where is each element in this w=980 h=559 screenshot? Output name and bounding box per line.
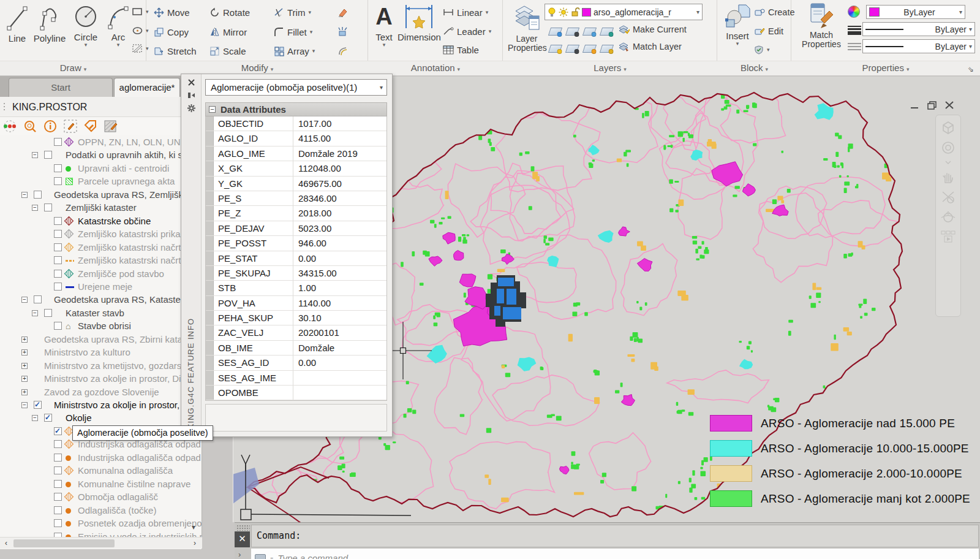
zoom-extents-icon[interactable] <box>940 189 956 205</box>
tree-item[interactable]: Parcele upravnega akta <box>0 175 202 188</box>
layer-checkbox[interactable] <box>54 270 62 278</box>
tree-item[interactable]: Posnetek ozadja obremenjenos <box>0 517 202 530</box>
info-icon[interactable] <box>43 119 58 134</box>
tree-item[interactable]: +Ministrstvo za okolje in prostor, Di <box>0 372 202 386</box>
layer-off-button[interactable] <box>549 25 561 38</box>
linear-button[interactable]: Linear▾ <box>443 6 488 19</box>
layer-checkbox[interactable] <box>54 256 62 264</box>
dialog-launcher-icon[interactable]: ⇘ <box>968 63 974 76</box>
route-icon[interactable] <box>2 119 17 134</box>
tree-item[interactable]: −Podatki o upravnih aktih, ki se <box>0 148 202 162</box>
arc-button[interactable]: Arc ▾ <box>105 4 131 47</box>
layer-isolate-button[interactable] <box>567 25 578 38</box>
linetype-list-button[interactable] <box>848 40 861 54</box>
layer-checkbox[interactable] <box>44 151 52 159</box>
collapse-icon[interactable]: − <box>32 152 38 158</box>
lineweight-list-button[interactable] <box>848 23 861 37</box>
color-wheel-button[interactable] <box>848 5 860 18</box>
layer-on-button[interactable] <box>549 42 561 55</box>
attribute-value[interactable]: 20200101 <box>293 325 386 340</box>
tab-start[interactable]: Start <box>9 78 113 97</box>
layer-checkbox[interactable] <box>54 283 62 291</box>
layer-checkbox[interactable] <box>54 164 62 172</box>
attribute-value[interactable]: Domžale 2019 <box>293 146 386 161</box>
tree-item[interactable]: Emisije v vode iz industrijskih n <box>0 530 202 538</box>
color-dropdown[interactable]: ByLayer ▾ <box>866 5 965 19</box>
data-attributes-header[interactable]: − Data Attributes <box>205 102 387 116</box>
orbit-icon[interactable] <box>940 210 956 226</box>
scroll-down-icon[interactable]: ▾ <box>192 523 195 531</box>
polyline-button[interactable]: Polyline <box>32 4 67 44</box>
attribute-value[interactable]: 5023.00 <box>293 221 386 235</box>
tree-item[interactable]: Urejene meje <box>0 280 202 294</box>
attribute-value[interactable] <box>293 371 386 385</box>
layer-checkbox[interactable] <box>54 466 62 474</box>
layer-checkbox[interactable] <box>54 138 62 146</box>
pan-hand-icon[interactable] <box>940 169 956 185</box>
collapse-icon[interactable]: − <box>209 106 216 113</box>
mirror-button[interactable]: Mirror <box>209 25 247 39</box>
attribute-value[interactable]: 30.10 <box>293 311 386 325</box>
tree-item[interactable]: Zemljiško katastrski načrt ( <box>0 254 202 267</box>
chevron-down-icon[interactable] <box>945 160 951 165</box>
table-button[interactable]: Table <box>443 43 479 56</box>
hatch-edit-icon[interactable] <box>104 119 118 134</box>
attribute-value[interactable]: 112048.00 <box>293 161 386 175</box>
lineweight-dropdown[interactable]: ByLayer ▾ <box>862 22 975 36</box>
match-properties-button[interactable]: Match Properties <box>797 1 845 49</box>
attribute-value[interactable]: 946.00 <box>293 236 386 250</box>
panel-title-layers[interactable]: Layers▾ <box>503 61 717 75</box>
close-button[interactable] <box>943 100 956 111</box>
panel-title-properties[interactable]: Properties▾ ⇘ <box>791 61 980 75</box>
dock-grip-handle[interactable] <box>236 525 250 531</box>
expand-icon[interactable]: + <box>21 337 28 343</box>
tag-edit-icon[interactable] <box>83 119 98 134</box>
layer-checkbox[interactable] <box>44 309 52 317</box>
layer-checkbox[interactable] <box>54 506 62 514</box>
tree-item[interactable]: Industrijska odlagališča odpad <box>0 451 202 465</box>
properties-gear-icon[interactable] <box>187 104 196 113</box>
copy-button[interactable]: Copy <box>154 25 189 39</box>
fillet-button[interactable]: Fillet▾ <box>274 25 312 39</box>
scrollbar-thumb[interactable] <box>13 539 115 547</box>
tree-item[interactable]: −Ministrstvo za okolje in prostor, <box>0 398 202 412</box>
expand-icon[interactable]: + <box>21 363 28 369</box>
scroll-right-icon[interactable]: › <box>190 538 200 548</box>
zoom-search-icon[interactable] <box>23 119 37 134</box>
showmotion-icon[interactable] <box>940 230 956 243</box>
edit-selection-icon[interactable] <box>63 119 78 134</box>
line-button[interactable]: Line <box>4 4 31 44</box>
layer-checkbox[interactable] <box>54 427 62 435</box>
offset-button[interactable] <box>337 44 349 58</box>
command-expand-icon[interactable]: › <box>238 550 241 559</box>
layer-checkbox[interactable] <box>54 322 62 330</box>
tree-item[interactable]: −Geodetska uprava RS, Zemljiški <box>0 188 202 202</box>
layer-checkbox[interactable] <box>34 401 42 409</box>
command-input[interactable]: - Type a command <box>251 549 979 559</box>
collapse-icon[interactable]: − <box>32 205 38 211</box>
layer-checkbox[interactable] <box>54 230 62 238</box>
layer-freeze-button[interactable] <box>584 25 595 38</box>
layer-checkbox[interactable] <box>54 533 62 538</box>
scale-button[interactable]: Scale <box>209 44 246 58</box>
minimize-button[interactable] <box>909 100 921 111</box>
tree-item[interactable]: Upravni akti - centroidi <box>0 162 202 175</box>
tree-item[interactable]: +Ministrstvo za kulturo <box>0 346 202 359</box>
layer-checkbox[interactable] <box>54 217 62 225</box>
layer-lock-button[interactable] <box>601 25 612 38</box>
close-icon[interactable] <box>187 78 196 87</box>
layer-checkbox[interactable] <box>54 480 62 488</box>
linetype-dropdown[interactable]: ByLayer ▾ <box>862 39 975 53</box>
horizontal-scrollbar[interactable]: ‹ › <box>0 537 202 549</box>
layer-properties-button[interactable]: Layer Properties <box>508 2 546 53</box>
attribute-value[interactable]: 1.00 <box>293 281 386 295</box>
layer-checkbox[interactable] <box>54 454 62 462</box>
tab-aglomeracije[interactable]: aglomeracije* <box>114 78 180 97</box>
tree-item[interactable]: −Geodetska uprava RS, Kataster s <box>0 293 202 306</box>
collapse-icon[interactable]: − <box>32 310 38 316</box>
erase-button[interactable] <box>337 6 349 19</box>
layer-checkbox[interactable] <box>54 493 62 501</box>
layer-checkbox[interactable] <box>54 440 62 448</box>
tree-item[interactable]: Zemljiško katastrski prikaz <box>0 227 202 241</box>
layer-combo[interactable]: arso_aglomeracija_r ▾ <box>545 4 703 20</box>
